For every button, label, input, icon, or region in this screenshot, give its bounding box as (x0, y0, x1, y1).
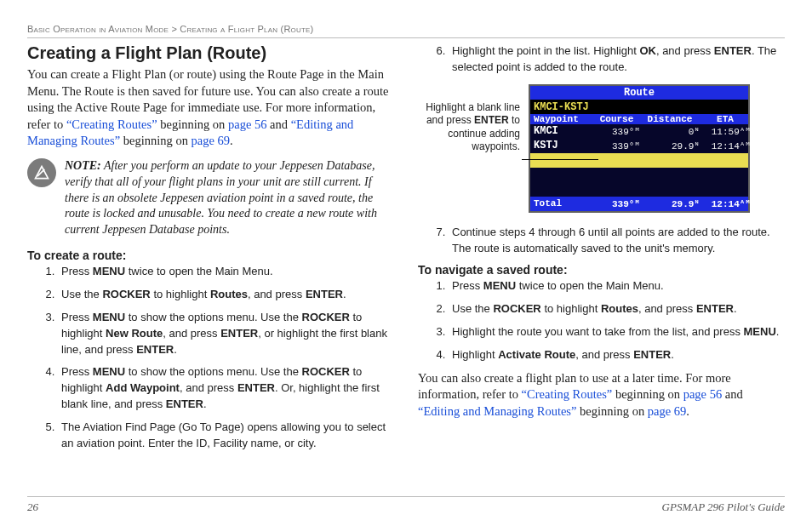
step-3: Press MENU to show the options menu. Use… (58, 310, 394, 358)
intro-paragraph: You can create a Flight Plan (or route) … (27, 66, 394, 150)
link-creating-routes[interactable]: “Creating Routes” (66, 117, 157, 131)
link-page-69-2[interactable]: page 69 (648, 404, 687, 418)
device-subtitle: KMCI-KSTJ (530, 100, 748, 114)
step-2: Use the ROCKER to highlight Routes, and … (58, 287, 394, 303)
step-5: The Aviation Find Page (Go To Page) open… (58, 420, 394, 452)
breadcrumb: Basic Operation in Aviation Mode > Creat… (27, 24, 785, 34)
step-6: Highlight the point in the list. Highlig… (449, 43, 785, 76)
device-blank-area (530, 168, 748, 197)
page-number: 26 (27, 500, 38, 514)
callout-line (522, 159, 598, 160)
nav-step-3: Highlight the route you want to take fro… (449, 324, 785, 340)
left-column: Creating a Flight Plan (Route) You can c… (27, 43, 394, 459)
page-footer: 26 GPSMAP 296 Pilot's Guide (27, 496, 785, 514)
figure-callout: Highlight a blank line and press ENTER t… (418, 84, 520, 154)
subhead-navigate-route: To navigate a saved route: (418, 263, 785, 277)
breadcrumb-page: Creating a Flight Plan (Route) (180, 24, 313, 34)
link-page-56[interactable]: page 56 (228, 117, 267, 131)
device-total-row: Total 339°ᴹ 29.9ᴺ 12:14ᴬᴹ (530, 197, 748, 211)
header-rule (27, 37, 785, 38)
step-1: Press MENU twice to open the Main Menu. (58, 264, 394, 280)
breadcrumb-section: Basic Operation in Aviation Mode (27, 24, 169, 34)
guide-title: GPSMAP 296 Pilot's Guide (662, 500, 785, 514)
device-title: Route (530, 86, 748, 100)
page-title: Creating a Flight Plan (Route) (27, 43, 394, 63)
create-route-steps-cont: Highlight the point in the list. Highlig… (418, 43, 785, 76)
device-row-kstj: KSTJ 339°ᴹ 29.9ᴺ 12:14ᴬᴹ (530, 139, 748, 153)
link-page-56-2[interactable]: page 56 (683, 387, 723, 401)
device-screen: Route KMCI-KSTJ Waypoint Course Distance… (529, 84, 750, 213)
warning-icon (27, 158, 56, 187)
note-text: NOTE: After you perform an update to you… (65, 158, 394, 238)
link-page-69[interactable]: page 69 (192, 134, 231, 147)
navigate-route-steps: Press MENU twice to open the Main Menu. … (418, 278, 785, 363)
device-figure: Highlight a blank line and press ENTER t… (418, 84, 785, 213)
note-block: NOTE: After you perform an update to you… (27, 158, 394, 238)
nav-step-4: Highlight Activate Route, and press ENTE… (449, 347, 785, 363)
closing-paragraph: You can also create a flight plan to use… (418, 370, 785, 420)
right-column: Highlight the point in the list. Highlig… (418, 43, 785, 459)
link-editing-routes-2[interactable]: “Editing and Managing Routes” (418, 404, 576, 418)
device-row-kmci: KMCI 339°ᴹ 0ᴺ 11:59ᴬᴹ (530, 124, 748, 139)
step-7: Continue steps 4 through 6 until all poi… (449, 225, 785, 257)
create-route-steps-end: Continue steps 4 through 6 until all poi… (418, 225, 785, 257)
device-row-highlighted (530, 153, 748, 168)
device-headers: Waypoint Course Distance ETA (530, 114, 748, 124)
create-route-steps: Press MENU twice to open the Main Menu. … (27, 264, 394, 451)
link-creating-routes-2[interactable]: “Creating Routes” (522, 387, 613, 401)
nav-step-1: Press MENU twice to open the Main Menu. (449, 278, 785, 294)
subhead-create-route: To create a route: (27, 249, 394, 262)
nav-step-2: Use the ROCKER to highlight Routes, and … (449, 301, 785, 317)
step-4: Press MENU to show the options menu. Use… (58, 364, 394, 413)
breadcrumb-sep: > (169, 24, 180, 34)
